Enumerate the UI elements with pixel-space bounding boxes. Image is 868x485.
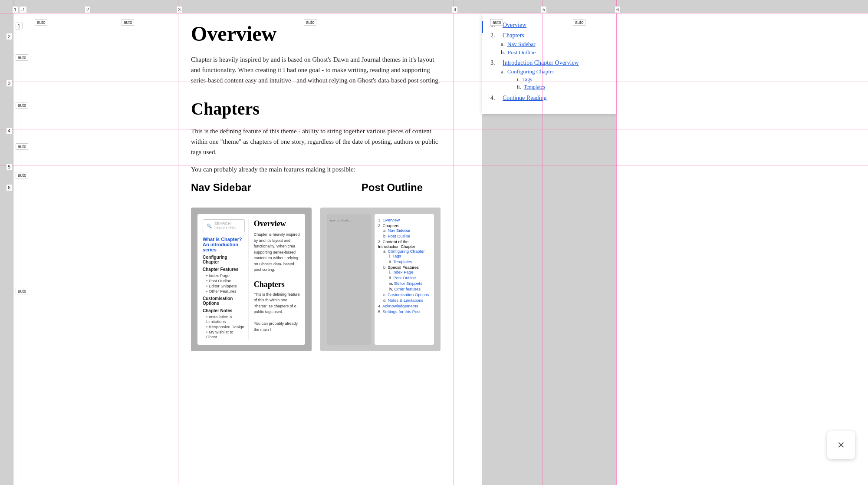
toc-roman-i: i.: [517, 76, 519, 83]
toc-num-1: 1.: [490, 22, 500, 29]
col-label-4: 4: [452, 6, 458, 13]
outline-link-postoutline[interactable]: Post Outline: [388, 234, 411, 238]
toc-link-intro[interactable]: Introduction Chapter Overview: [503, 59, 579, 66]
row-label-6: 6: [6, 184, 12, 191]
outline-link-indexpage[interactable]: Index Page: [392, 270, 413, 274]
toc-active-indicator: [482, 21, 483, 33]
nav-series-title: What is Chapter? An introduction series: [203, 237, 245, 252]
search-placeholder: SEARCH CHAPTERS: [214, 221, 241, 230]
nav-section-1: Chapter Features: [203, 267, 245, 272]
toc-num-4: 4.: [490, 95, 500, 102]
col-label-2: 2: [85, 6, 91, 13]
main-content: Overview Chapter is heavily inspired by …: [178, 13, 454, 485]
overview-body: Chapter is heavily inspired by and is ba…: [191, 54, 441, 86]
outline-item-2: 2. Chapters a. Nav Sidebar b. Post Outli…: [378, 223, 431, 238]
nav-item-responsive: Responsive Design: [206, 324, 245, 329]
outline-link-overview[interactable]: Overview: [383, 218, 400, 222]
chapters-body2: You can probably already the main featur…: [191, 164, 441, 175]
toc-sub-letter-a: a.: [501, 41, 505, 48]
toc-link-templates[interactable]: Templates: [524, 84, 545, 90]
left-sidebar-panel: [13, 13, 178, 485]
toc-list: 1. Overview 2. Chapters a. Nav Sidebar b…: [490, 22, 608, 102]
outline-link-tags[interactable]: Tags: [392, 254, 401, 258]
post-outline-card: nav content... 1. Overview 2. Chapters a…: [320, 208, 441, 351]
card-overview-label: Overview: [254, 219, 300, 228]
outline-item-3: 3. Content of the Introduction Chapter a…: [378, 239, 431, 303]
card-overview-text: Chapter is heavily inspired by and it's …: [254, 232, 300, 273]
toc-link-overview[interactable]: Overview: [503, 22, 526, 29]
toc-item-3: 3. Introduction Chapter Overview a. Conf…: [490, 59, 608, 91]
nav-item-wishlist: My wishlist to Ghost: [206, 330, 245, 339]
toc-link-continue[interactable]: Continue Reading: [503, 95, 547, 102]
outline-link-configuring[interactable]: Configuring Chapter: [388, 249, 425, 254]
nav-item-editor: Editor Snippets: [206, 284, 245, 288]
search-bar[interactable]: 🔍 SEARCH CHAPTERS: [203, 219, 245, 232]
nav-sidebar-title: Nav Sidebar: [191, 181, 251, 194]
right-card-outline: 1. Overview 2. Chapters a. Nav Sidebar b…: [378, 218, 431, 314]
post-outline-title: Post Outline: [362, 181, 423, 194]
card-chapters-label: Chapters: [254, 280, 300, 289]
outline-link-customisation[interactable]: Customisation Options: [388, 292, 429, 297]
toc-item-1: 1. Overview: [490, 22, 608, 29]
outline-link-settings[interactable]: Settings for this Post: [383, 309, 421, 314]
row-label-2: 2: [6, 33, 12, 40]
nav-item-postoutline: Post Outline: [206, 278, 245, 283]
col-label-1: 1: [12, 6, 18, 13]
second-right-panel: [454, 13, 482, 485]
overview-title: Overview: [191, 22, 441, 46]
outline-link-nav[interactable]: Nav Sidebar: [388, 228, 411, 233]
toc-link-navsidebar[interactable]: Nav Sidebar: [507, 41, 536, 48]
toc-roman-ii: ii.: [517, 84, 521, 90]
nav-section-2: Customisation Options: [203, 296, 245, 306]
row-label-4: 4: [6, 127, 12, 134]
search-icon: 🔍: [207, 224, 212, 228]
toc-sub-letter-a2: a.: [501, 68, 505, 75]
toc-sub-letter-b: b.: [501, 49, 505, 56]
outline-link-editor[interactable]: Editor Snippets: [395, 281, 422, 286]
nav-sidebar-card-inner: 🔍 SEARCH CHAPTERS What is Chapter? An in…: [197, 214, 305, 345]
outline-link-otherfeatures[interactable]: Other features: [394, 287, 421, 291]
col-label-1b: -1: [19, 6, 27, 13]
outline-link-postoutline2[interactable]: Post Outline: [393, 275, 416, 280]
toc-link-configuringchapter[interactable]: Configuring Chapter: [507, 68, 554, 75]
card-chapters-text: This is the defining feature of this th …: [254, 292, 300, 333]
outline-link-templates[interactable]: Templates: [393, 259, 412, 264]
nav-section-0: Configuring Chapter: [203, 255, 245, 264]
outline-item-4: 4. Acknowledgements: [378, 304, 431, 308]
chapters-title: Chapters: [191, 99, 441, 119]
nav-sidebar-card: 🔍 SEARCH CHAPTERS What is Chapter? An in…: [191, 208, 312, 351]
outline-link-notes[interactable]: Notes & Limitations: [388, 298, 424, 303]
toc-item-2: 2. Chapters a. Nav Sidebar b. Post Outli…: [490, 32, 608, 56]
toc-num-3: 3.: [490, 59, 500, 66]
outline-item-5: 5. Settings for this Post: [378, 309, 431, 314]
far-right-panel: [616, 13, 868, 485]
close-icon: ×: [838, 438, 845, 452]
toc-link-tags[interactable]: Tags: [522, 76, 532, 83]
row-label-3: 3: [6, 80, 12, 87]
cards-row: 🔍 SEARCH CHAPTERS What is Chapter? An in…: [191, 208, 441, 351]
outline-link-acknowledgements[interactable]: Acknowledgements: [382, 304, 418, 308]
col-label-3: 3: [176, 6, 182, 13]
toc-link-postoutline[interactable]: Post Outline: [508, 49, 536, 56]
chapters-body1: This is the defining feature of this the…: [191, 126, 441, 157]
nav-item-other: Other Features: [206, 289, 245, 294]
toc-num-2: 2.: [490, 32, 500, 39]
row-label-5: 5: [6, 163, 12, 170]
col-label-6: 6: [615, 6, 621, 13]
outline-item-1: 1. Overview: [378, 218, 431, 222]
toc-link-chapters[interactable]: Chapters: [503, 32, 524, 39]
col-label-5: 5: [541, 6, 547, 13]
nav-section-3: Chapter Notes: [203, 308, 245, 313]
nav-item-install: Installation & Limitations: [206, 314, 245, 324]
toc-sidebar: 1. Overview 2. Chapters a. Nav Sidebar b…: [482, 13, 616, 114]
nav-item-index: Index Page: [206, 273, 245, 278]
close-button[interactable]: ×: [827, 431, 855, 459]
toc-item-4: 4. Continue Reading: [490, 95, 608, 102]
